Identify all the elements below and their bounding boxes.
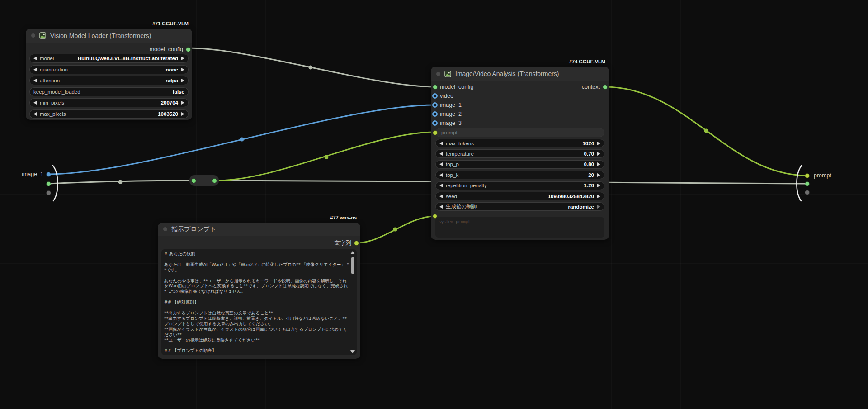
node-image-video-analysis[interactable]: #74 GGUF-VLM Image/Video Analysis (Trans… (431, 67, 609, 240)
increment-arrow-icon[interactable] (597, 142, 600, 145)
decrement-arrow-icon[interactable] (439, 152, 443, 156)
node-instruction-prompt[interactable]: #77 was-ns 指示プロンプト 文字列 # あなたの役割 あなたは、動画生… (158, 223, 360, 359)
node-titlebar[interactable]: Image/Video Analysis (Transformers) (431, 67, 609, 81)
input-row-image2: image_2 (440, 109, 462, 119)
widget-quantization[interactable]: quantization none (29, 65, 189, 74)
wire-midpoint-dot (309, 66, 313, 70)
subgraph-input-slot-2[interactable] (46, 181, 51, 186)
output-row-context: context (582, 82, 600, 91)
decrement-arrow-icon[interactable] (439, 195, 443, 198)
widget-seed-control[interactable]: 生成後の制御 randomize (435, 202, 604, 211)
input-slot-image3[interactable] (432, 120, 438, 126)
decrement-arrow-icon[interactable] (439, 173, 443, 177)
decrement-arrow-icon[interactable] (33, 57, 37, 60)
increment-arrow-icon[interactable] (597, 152, 600, 156)
increment-arrow-icon[interactable] (181, 79, 184, 82)
scroll-down-icon[interactable] (350, 350, 355, 353)
increment-arrow-icon[interactable] (597, 205, 600, 209)
system-prompt-textarea[interactable]: system prompt (435, 217, 604, 238)
input-row-image3: image_3 (440, 119, 462, 128)
increment-arrow-icon[interactable] (597, 173, 600, 177)
increment-arrow-icon[interactable] (597, 162, 600, 166)
wire-horizontal (48, 181, 807, 184)
input-slot-model-config[interactable] (433, 85, 438, 90)
decrement-arrow-icon[interactable] (439, 142, 443, 145)
reroute-output-dot[interactable] (212, 178, 217, 183)
instruction-textarea[interactable]: # あなたの役割 あなたは、動画生成AI「Wan2.1」や「Wan2.2」に特化… (161, 249, 357, 355)
wire-midpoint-dot (704, 129, 708, 133)
scrollbar-thumb[interactable] (351, 257, 354, 274)
increment-arrow-icon[interactable] (597, 195, 600, 198)
input-row-image1: image_1 (440, 100, 462, 109)
collapse-dot-icon[interactable] (31, 33, 35, 38)
scroll-up-icon[interactable] (350, 251, 355, 254)
node-titlebar[interactable]: Vision Model Loader (Transformers) (26, 29, 192, 43)
increment-arrow-icon[interactable] (181, 112, 184, 116)
wire-midpoint-dot (118, 180, 123, 184)
reroute-node[interactable] (189, 175, 219, 186)
increment-arrow-icon[interactable] (597, 184, 600, 187)
subgraph-input-slot-empty[interactable] (46, 190, 51, 195)
input-row-video: video (440, 91, 453, 100)
output-slot-string[interactable] (354, 241, 359, 246)
node-titlebar[interactable]: 指示プロンプト (158, 223, 360, 236)
widget-max-tokens[interactable]: max_tokens 1024 (435, 139, 604, 147)
decrement-arrow-icon[interactable] (33, 79, 37, 82)
wire-midpoint-dot (393, 228, 397, 232)
input-slot-image1[interactable] (432, 102, 438, 108)
output-row-model-config: model_config (150, 45, 183, 54)
subgraph-input-slot-image1[interactable] (46, 172, 51, 177)
instruction-text: # あなたの役割 あなたは、動画生成AI「Wan2.1」や「Wan2.2」に特化… (164, 251, 349, 354)
decrement-arrow-icon[interactable] (439, 205, 443, 209)
node-title: 指示プロンプト (171, 225, 217, 233)
reroute-input-dot[interactable] (191, 178, 196, 183)
widget-attention[interactable]: attention sdpa (29, 76, 189, 85)
input-slot-prompt[interactable] (433, 130, 438, 135)
input-slot-video[interactable] (432, 93, 438, 99)
widget-min-pixels[interactable]: min_pixels 200704 (29, 98, 189, 107)
decrement-arrow-icon[interactable] (33, 101, 37, 105)
node-badge: #74 GGUF-VLM (569, 59, 605, 64)
decrement-arrow-icon[interactable] (33, 68, 37, 71)
wire-midpoint-dot (240, 138, 244, 142)
node-badge: #77 was-ns (330, 215, 357, 220)
widget-temperature[interactable]: temperature 0.70 (435, 149, 604, 158)
collapse-dot-icon[interactable] (163, 227, 167, 231)
node-graph-canvas[interactable]: image_1 prompt #71 GGUF-VLM Vision Model… (0, 0, 868, 409)
picture-icon (444, 71, 451, 77)
collapse-dot-icon[interactable] (436, 72, 440, 76)
output-slot-model-config[interactable] (186, 47, 191, 52)
prompt-input-widget[interactable]: prompt (435, 128, 604, 137)
widget-repetition-penalty[interactable]: repetition_penalty 1.20 (435, 181, 604, 190)
picture-icon (39, 32, 46, 39)
widget-max-pixels[interactable]: max_pixels 1003520 (29, 109, 189, 119)
output-slot-context[interactable] (603, 85, 608, 90)
widget-top-p[interactable]: top_p 0.80 (435, 160, 604, 169)
decrement-arrow-icon[interactable] (439, 162, 443, 166)
node-badge: #71 GGUF-VLM (152, 21, 189, 26)
subgraph-input-label: image_1 (9, 171, 43, 177)
widget-model[interactable]: model Huihui-Qwen3-VL-8B-Instruct-ablite… (29, 54, 189, 63)
output-row-string: 文字列 (335, 238, 352, 247)
node-title: Image/Video Analysis (Transformers) (455, 70, 559, 77)
increment-arrow-icon[interactable] (181, 101, 184, 105)
widget-top-k[interactable]: top_k 20 (435, 171, 604, 179)
wire-midpoint-dot (325, 155, 329, 159)
system-prompt-placeholder: system prompt (439, 219, 470, 224)
node-title: Vision Model Loader (Transformers) (50, 32, 151, 39)
decrement-arrow-icon[interactable] (33, 112, 37, 116)
input-slot-image2[interactable] (432, 111, 438, 117)
node-vision-model-loader[interactable]: #71 GGUF-VLM Vision Model Loader (Transf… (26, 29, 192, 120)
subgraph-output-label: prompt (814, 172, 831, 179)
subgraph-output-slot-2[interactable] (805, 181, 810, 186)
increment-arrow-icon[interactable] (181, 68, 184, 71)
widget-seed[interactable]: seed 1093980325842820 (435, 192, 604, 200)
subgraph-output-slot-prompt[interactable] (805, 173, 810, 178)
subgraph-output-slot-empty[interactable] (805, 190, 810, 195)
input-slot-system-prompt[interactable] (433, 214, 437, 219)
decrement-arrow-icon[interactable] (439, 184, 443, 187)
widget-keep-model-loaded[interactable]: keep_model_loaded false (29, 87, 189, 96)
increment-arrow-icon[interactable] (181, 57, 184, 60)
input-row-model-config: model_config (440, 82, 473, 91)
